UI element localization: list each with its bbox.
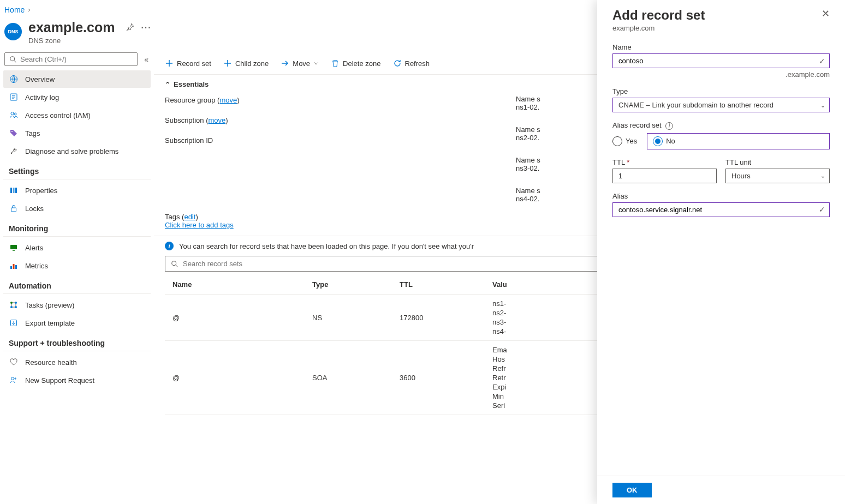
nav-diagnose[interactable]: Diagnose and solve problems [3,142,151,160]
ttl-unit-select[interactable]: Hours [725,169,830,183]
nav-export-template[interactable]: Export template [3,314,151,332]
delete-zone-button[interactable]: Delete zone [331,59,380,68]
lock-icon [9,204,19,213]
ok-button[interactable]: OK [612,483,652,497]
svg-point-19 [15,302,17,304]
nav-label: Locks [25,205,44,213]
chevron-down-icon [313,61,319,66]
sidebar-search-input[interactable] [20,55,133,63]
metrics-icon [9,261,19,270]
subscription-label: Subscription ( [165,116,208,124]
add-tags-link[interactable]: Click here to add tags [165,221,234,229]
tag-icon [9,129,19,137]
nav-activity-log[interactable]: Activity log [3,88,151,106]
log-icon [9,93,19,101]
subscription-id-label: Subscription ID [165,136,213,145]
search-icon [9,56,17,63]
svg-line-1 [14,60,16,62]
nav-label: Metrics [25,262,48,270]
svg-rect-15 [10,266,12,269]
type-label: Type [612,87,830,95]
tags-label: Tags ( [165,213,184,221]
nav-label: Tasks (preview) [25,301,74,309]
svg-point-9 [11,131,13,132]
move-resource-group[interactable]: move [219,96,237,104]
ttl-input[interactable] [612,169,717,183]
svg-rect-10 [10,188,12,193]
plus-icon [223,59,232,68]
info-icon[interactable]: i [665,122,673,130]
close-icon[interactable]: ✕ [822,8,830,20]
chevron-right-icon: › [28,6,30,14]
alias-yes-radio[interactable]: Yes [612,133,637,149]
name-suffix: .example.com [612,70,830,79]
section-monitoring: Monitoring [3,218,151,237]
alias-no-radio[interactable]: No [647,133,830,149]
refresh-icon [393,59,402,68]
add-record-panel: Add record set ✕ example.com Name ✓ .exa… [597,0,845,502]
ttl-label: TTL * [612,158,717,166]
export-icon [9,319,19,327]
more-icon[interactable]: ··· [141,23,151,33]
svg-rect-17 [15,265,17,269]
people-icon [9,111,19,119]
col-type: Type [312,280,400,289]
svg-rect-16 [13,264,15,269]
name-label: Name [612,43,830,51]
alias-input[interactable] [612,202,830,217]
type-select[interactable]: CNAME – Link your subdomain to another r… [612,98,830,112]
record-set-button[interactable]: Record set [165,59,211,68]
collapse-sidebar-icon[interactable]: « [142,53,151,66]
child-zone-button[interactable]: Child zone [223,59,269,68]
info-text: You can search for record sets that have… [179,242,474,250]
check-icon: ✓ [819,205,825,214]
nav-overview[interactable]: Overview [3,70,151,88]
name-input[interactable] [612,53,830,68]
nav-locks[interactable]: Locks [3,200,151,217]
sidebar: « Overview Activity log Access control (… [0,52,154,502]
nav-label: Access control (IAM) [25,111,91,119]
col-ttl: TTL [400,280,492,289]
nav-resource-health[interactable]: Resource health [3,353,151,371]
nav-label: Diagnose and solve problems [25,147,118,155]
edit-tags[interactable]: edit [184,213,195,221]
svg-point-0 [10,56,15,61]
nav-access-control[interactable]: Access control (IAM) [3,106,151,124]
svg-rect-14 [10,245,17,249]
pin-icon[interactable] [126,23,134,33]
nav-label: Overview [25,75,55,83]
col-name: Name [165,280,312,289]
nav-tags[interactable]: Tags [3,124,151,142]
tasks-icon [9,301,19,309]
breadcrumb-home[interactable]: Home [4,5,25,14]
wrench-icon [9,147,19,155]
properties-icon [9,186,19,195]
panel-subtitle: example.com [612,24,830,32]
nav-metrics[interactable]: Metrics [3,257,151,274]
nav-label: Alerts [25,244,43,252]
section-settings: Settings [3,160,151,179]
section-automation: Automation [3,275,151,294]
refresh-button[interactable]: Refresh [393,59,430,68]
nav-alerts[interactable]: Alerts [3,239,151,256]
support-icon [9,376,19,385]
svg-point-21 [15,306,17,308]
chevron-up-icon: ⌃ [165,81,170,88]
nav-properties[interactable]: Properties [3,182,151,199]
svg-point-23 [11,377,14,380]
move-subscription[interactable]: move [208,116,225,124]
plus-icon [165,59,174,68]
trash-icon [331,59,340,68]
globe-icon [9,75,19,83]
sidebar-search[interactable] [4,52,138,66]
alias-set-label: Alias record set i [612,121,830,130]
move-button[interactable]: Move [281,59,319,68]
svg-rect-11 [13,188,15,193]
panel-title: Add record set [612,8,705,23]
search-icon [171,260,178,268]
nav-tasks[interactable]: Tasks (preview) [3,296,151,314]
svg-point-8 [14,113,16,115]
svg-line-25 [176,265,178,267]
nav-label: Tags [25,129,40,137]
nav-new-support[interactable]: New Support Request [3,371,151,389]
